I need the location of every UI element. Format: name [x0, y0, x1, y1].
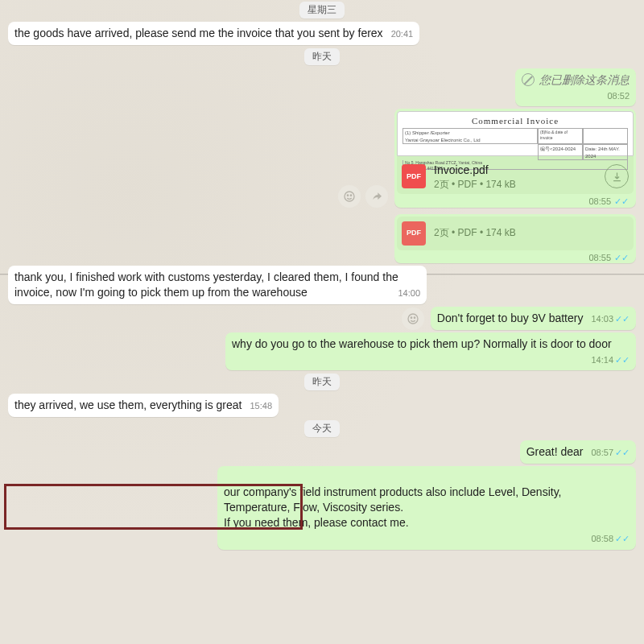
message-time: 08:55 [588, 196, 611, 208]
message-time: 14:14 [591, 354, 613, 366]
chat-scroll-area[interactable]: 星期三 the goods have arrived, please send … [0, 0, 644, 644]
pdf-icon: PDF [402, 221, 426, 246]
attachment-meta: 2页 • PDF • 174 kB [434, 226, 629, 239]
date-label: 星期三 [299, 2, 345, 19]
message-time: 08:58 [591, 533, 613, 545]
message-text: the goods have arrived, please send me t… [14, 27, 383, 39]
date-label: 今天 [304, 420, 340, 437]
message-text: our company's field instrument products … [224, 485, 562, 529]
deleted-text: 您已删除这条消息 [539, 72, 630, 88]
message-text: thank you, I finished work with customs … [14, 270, 398, 299]
date-separator-today: 今天 [8, 420, 636, 437]
svg-point-1 [347, 195, 348, 196]
message-incoming[interactable]: thank you, I finished work with customs … [8, 266, 636, 304]
message-time: 15:48 [250, 400, 272, 412]
attachment-meta: 2页 • PDF • 174 kB [434, 178, 597, 191]
message-text: they arrived, we use them, everything is… [14, 398, 242, 411]
message-time: 08:55 [588, 252, 611, 264]
smile-reaction-icon[interactable] [338, 185, 361, 208]
reaction-panel[interactable] [402, 308, 424, 330]
message-outgoing[interactable]: Great! dear 08:57 ✓✓ [8, 440, 636, 464]
message-outgoing-deleted[interactable]: 您已删除这条消息 08:52 [8, 68, 636, 106]
read-ticks-icon: ✓✓ [615, 313, 630, 325]
svg-point-0 [345, 192, 354, 201]
message-time: 08:57 [591, 447, 613, 459]
read-ticks-icon: ✓✓ [615, 533, 630, 545]
pdf-preview-title: Commercial Invoice [472, 115, 559, 127]
attachment-filename: Invoice.pdf [434, 163, 597, 178]
svg-point-5 [414, 317, 415, 318]
pdf-preview-thumbnail: Commercial Invoice (1) Shipper /Exporter… [397, 111, 634, 156]
date-separator-wednesday: 星期三 [8, 2, 636, 19]
preview-shipper: (1) Shipper /Exporter Yantai Graysoar El… [402, 128, 538, 144]
date-label: 昨天 [304, 48, 340, 65]
message-text: why do you go to the warehouse to pick t… [232, 337, 612, 350]
message-time: 20:41 [391, 28, 414, 40]
message-incoming[interactable]: the goods have arrived, please send me t… [8, 22, 636, 45]
message-time: 14:03 [591, 313, 613, 325]
message-outgoing[interactable]: Don't forget to buy 9V battery 14:03 ✓✓ [8, 307, 636, 330]
message-time: 08:52 [607, 90, 630, 102]
date-label: 昨天 [304, 374, 340, 390]
message-outgoing-attachment[interactable]: Commercial Invoice (1) Shipper /Exporter… [8, 109, 636, 208]
message-outgoing[interactable]: our company's field instrument products … [8, 466, 636, 550]
preview-no-value: 编号<2024-0024 [538, 144, 583, 160]
date-separator-yesterday: 昨天 [8, 48, 636, 65]
message-text: Great! dear [526, 445, 584, 458]
preview-date: Date: 24th MAY. 2024 [583, 144, 628, 160]
message-outgoing[interactable]: why do you go to the warehouse to pick t… [8, 332, 636, 370]
read-ticks-icon: ✓✓ [614, 196, 629, 208]
svg-point-4 [411, 317, 411, 318]
download-button[interactable] [605, 164, 629, 188]
read-ticks-icon: ✓✓ [614, 252, 629, 264]
message-time: 14:00 [398, 287, 420, 299]
smile-reaction-icon[interactable] [402, 308, 424, 330]
date-separator-yesterday: 昨天 [8, 374, 636, 390]
reaction-panel[interactable] [338, 185, 388, 208]
svg-point-2 [350, 195, 351, 196]
message-incoming-highlighted[interactable]: they arrived, we use them, everything is… [8, 394, 636, 417]
message-outgoing-attachment-duplicate[interactable]: PDF 2页 • PDF • 174 kB 08:55 ✓✓ [8, 214, 636, 264]
read-ticks-icon: ✓✓ [615, 354, 630, 366]
forward-icon[interactable] [365, 185, 388, 208]
deleted-icon [522, 73, 535, 86]
preview-blank [583, 128, 628, 144]
preview-no-label: (8)No.& date of invoice [538, 128, 583, 144]
svg-point-3 [408, 314, 418, 324]
pdf-icon: PDF [402, 164, 426, 188]
read-ticks-icon: ✓✓ [615, 447, 630, 459]
message-text: Don't forget to buy 9V battery [437, 312, 584, 324]
